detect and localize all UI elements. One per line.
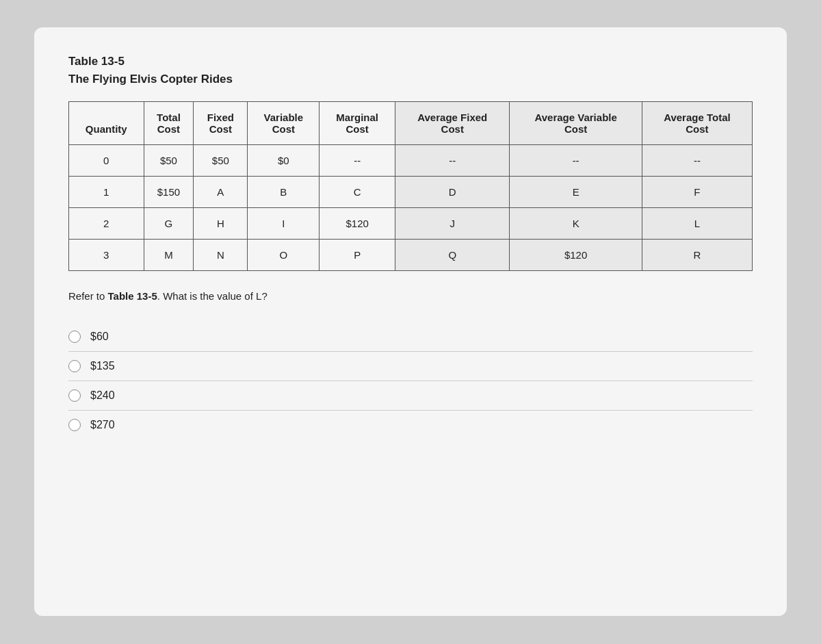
answer-label-2: $135 — [90, 360, 115, 372]
col-header-avg-variable-cost: Average VariableCost — [510, 102, 642, 145]
col-header-marginal-cost: MarginalCost — [320, 102, 395, 145]
col-header-avg-fixed-cost: Average FixedCost — [395, 102, 510, 145]
table-cell: 3 — [69, 240, 144, 271]
answer-options-container: $60 $135 $240 $270 — [68, 322, 753, 439]
radio-4[interactable] — [68, 419, 81, 431]
table-subtitle: The Flying Elvis Copter Rides — [68, 73, 753, 86]
table-cell: F — [642, 177, 752, 208]
answer-option-3[interactable]: $240 — [68, 381, 753, 411]
table-cell: K — [510, 208, 642, 240]
table-cell: 0 — [69, 145, 144, 177]
radio-1[interactable] — [68, 331, 81, 343]
table-cell: E — [510, 177, 642, 208]
radio-3[interactable] — [68, 389, 81, 402]
answer-option-4[interactable]: $270 — [68, 411, 753, 439]
table-cell: $120 — [320, 208, 395, 240]
cost-table: Quantity TotalCost FixedCost VariableCos… — [68, 101, 753, 271]
table-cell: -- — [642, 145, 752, 177]
radio-2[interactable] — [68, 360, 81, 372]
col-header-fixed-cost: FixedCost — [194, 102, 248, 145]
question-text: Refer to Table 13-5. What is the value o… — [68, 290, 753, 302]
table-cell: $50 — [194, 145, 248, 177]
table-cell: -- — [395, 145, 510, 177]
table-cell: G — [144, 208, 194, 240]
table-cell: $50 — [144, 145, 194, 177]
table-cell: $0 — [248, 145, 320, 177]
col-header-total-cost: TotalCost — [144, 102, 194, 145]
table-cell: A — [194, 177, 248, 208]
table-cell: P — [320, 240, 395, 271]
col-header-avg-total-cost: Average TotalCost — [642, 102, 752, 145]
main-card: Table 13-5 The Flying Elvis Copter Rides… — [34, 27, 787, 616]
answer-option-2[interactable]: $135 — [68, 352, 753, 381]
table-cell: N — [194, 240, 248, 271]
table-cell: $120 — [510, 240, 642, 271]
table-cell: 1 — [69, 177, 144, 208]
table-cell: H — [194, 208, 248, 240]
table-cell: -- — [320, 145, 395, 177]
table-cell: Q — [395, 240, 510, 271]
table-cell: -- — [510, 145, 642, 177]
col-header-quantity: Quantity — [69, 102, 144, 145]
table-cell: D — [395, 177, 510, 208]
table-cell: B — [248, 177, 320, 208]
table-cell: $150 — [144, 177, 194, 208]
table-cell: O — [248, 240, 320, 271]
table-cell: L — [642, 208, 752, 240]
answer-label-4: $270 — [90, 419, 115, 431]
table-cell: J — [395, 208, 510, 240]
answer-option-1[interactable]: $60 — [68, 322, 753, 352]
table-cell: C — [320, 177, 395, 208]
table-cell: M — [144, 240, 194, 271]
table-cell: 2 — [69, 208, 144, 240]
col-header-variable-cost: VariableCost — [248, 102, 320, 145]
answer-label-3: $240 — [90, 389, 115, 402]
table-cell: I — [248, 208, 320, 240]
table-label: Table 13-5 — [68, 55, 753, 68]
table-cell: R — [642, 240, 752, 271]
answer-label-1: $60 — [90, 331, 109, 343]
